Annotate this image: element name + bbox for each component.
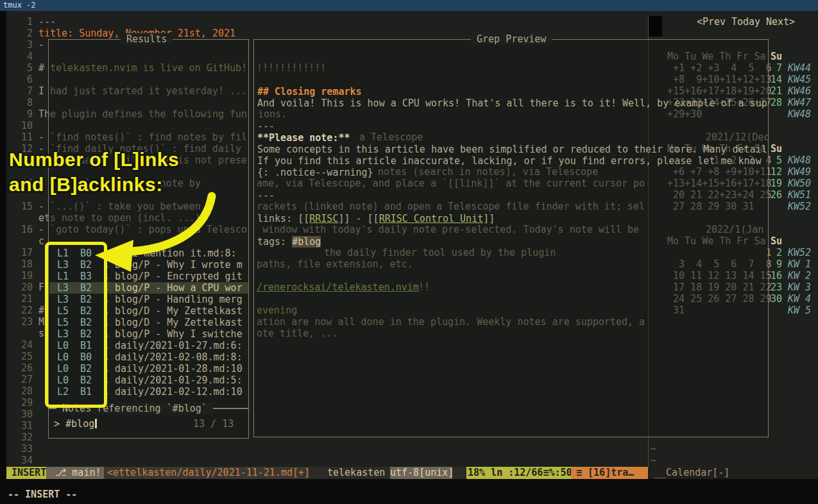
calendar-sunday[interactable]: 28	[771, 97, 782, 108]
spacer	[452, 467, 466, 479]
text-cursor	[95, 419, 97, 428]
calendar-sunday[interactable]: 5	[771, 155, 782, 166]
preview-line: {: .notice--warning}	[257, 167, 373, 178]
annotation-line1: Number of [L]inks	[9, 154, 179, 165]
calendar-sunday[interactable]: 2	[771, 247, 782, 258]
next-button[interactable]: Next>	[766, 16, 795, 28]
result-label: daily/2021-01-28.md:10	[115, 363, 243, 374]
calendar-sunday[interactable]: 16	[771, 270, 782, 281]
line-number: 4	[6, 51, 33, 62]
calendar-week-number: KW45	[788, 74, 811, 85]
text-fragment: F	[38, 281, 44, 293]
mode-message: -- INSERT --	[8, 489, 77, 500]
result-counter: 13 / 13	[193, 418, 234, 430]
preview-line: links: [[RRISC]] - [[RRISC Control Unit]…	[257, 213, 495, 224]
calendar-sunday[interactable]: 26	[771, 189, 782, 201]
calendar-week-number: KW 4	[788, 293, 811, 305]
result-label: daily/2021-02-08.md:8:	[115, 351, 243, 363]
line-number: 22	[6, 305, 33, 316]
calendar-week-number: KW44	[788, 62, 811, 74]
preview-text: {: .notice--warning}	[257, 167, 373, 178]
tag-highlight: #blog	[292, 236, 321, 248]
line-number: 26	[6, 362, 33, 374]
empty-line-tilde: ~	[651, 455, 656, 466]
calendar-sunday[interactable]: 30	[771, 293, 782, 305]
line-number: 28	[6, 385, 33, 397]
calendar-sunday-header: Su	[771, 143, 782, 155]
calendar-week-number: KW52	[788, 247, 811, 258]
line-number: 33	[6, 443, 33, 455]
calendar-sunday[interactable]: 23	[771, 281, 782, 293]
preview-line: If you find this article inaccurate, lac…	[257, 155, 762, 167]
command-line: -- INSERT --	[8, 489, 77, 500]
result-label: daily/2021-01-29.md:5:	[115, 374, 243, 386]
calendar-sunday[interactable]: 19	[771, 178, 782, 189]
terminal-screen: tmux -2 Results L1B0↓… i mention it.md:8…	[0, 0, 818, 504]
line-number: 9	[6, 108, 33, 120]
calendar-week-number: KW48	[788, 155, 811, 166]
calendar-week-number: KW 1	[788, 258, 811, 270]
line-number: 21	[6, 293, 33, 305]
line-number: 17	[6, 247, 33, 258]
text-fragment: c	[38, 235, 44, 247]
calendar-week-number: KW46	[788, 85, 811, 97]
plugin-name: telekasten	[309, 467, 390, 479]
line-number: 34	[6, 455, 33, 466]
line-number: 25	[6, 351, 33, 362]
prev-button[interactable]: <Prev	[697, 16, 726, 28]
preview-text: ]] - [[	[338, 213, 379, 224]
preview-window-title: Grep Preview	[471, 33, 552, 45]
result-label: daily/2021-01-27.md:6:	[115, 340, 243, 351]
warnings: ≡ [16]tra…	[571, 467, 648, 479]
calendar-sunday[interactable]: 7	[771, 62, 782, 74]
line-number: 20	[6, 281, 33, 293]
line-number: 19	[6, 270, 33, 281]
text-fragment: T	[38, 108, 44, 120]
line-number: 30	[6, 408, 33, 420]
line-number: 29	[6, 397, 33, 408]
text-fragment: -	[38, 39, 44, 51]
result-label: blog/P - Why I switche	[115, 328, 243, 340]
result-label: blog/D - My Zettelkast	[115, 305, 243, 317]
preview-line: Some concepts in this article have been …	[257, 144, 767, 155]
calendar-sunday[interactable]: 9	[771, 258, 782, 270]
position: 18% ln :12/66≡%:50	[466, 467, 571, 479]
line-number: 7	[6, 85, 33, 97]
mode-indicator: INSERT	[6, 467, 46, 479]
today-button[interactable]: Today	[731, 16, 760, 28]
line-number: 18	[6, 258, 33, 270]
preview-text: ]]	[483, 213, 495, 224]
line-number: 11	[6, 131, 33, 143]
preview-text: **Please note:**	[257, 132, 350, 144]
search-input[interactable]: > #blog	[54, 418, 97, 430]
result-label: blog/D - My Zettelkast	[115, 317, 243, 328]
preview-line: ## Closing remarks	[257, 86, 362, 97]
calendar-week-number: KW52	[788, 201, 811, 212]
search-query: #blog	[65, 418, 94, 430]
text-fragment: #	[38, 305, 44, 316]
result-label: blog/P - Handling merg	[115, 294, 243, 305]
calendar-week-number: KW 3	[788, 281, 811, 293]
text-fragment: ---	[38, 16, 56, 28]
line-number: 5	[6, 62, 33, 74]
results-window-title: Results	[121, 33, 173, 45]
line-number: 10	[6, 120, 33, 131]
line-number: 16	[6, 224, 33, 235]
prompt-window: Notes referencing `#blog` > #blog 13 / 1…	[48, 408, 249, 439]
preview-text: ## Closing remarks	[257, 86, 362, 97]
calendar-week-number: KW50	[788, 178, 811, 189]
line-number: 15	[6, 201, 33, 212]
calendar-sunday[interactable]: 21	[771, 85, 782, 97]
preview-text: links: [[	[257, 213, 309, 224]
calendar-sunday[interactable]: 14	[771, 74, 782, 85]
wiki-link[interactable]: RRISC	[309, 213, 338, 224]
git-branch: ⎇ main!	[46, 467, 104, 479]
line-number: 27	[6, 374, 33, 385]
prompt-symbol: >	[54, 418, 65, 430]
line-number: 2	[6, 28, 33, 39]
calendar-week-number: KW 2	[788, 270, 811, 281]
preview-text: tags:	[257, 236, 292, 248]
calendar-sunday[interactable]: 12	[771, 166, 782, 178]
dark-box	[649, 16, 662, 37]
wiki-link[interactable]: RRISC Control Unit	[379, 213, 484, 224]
